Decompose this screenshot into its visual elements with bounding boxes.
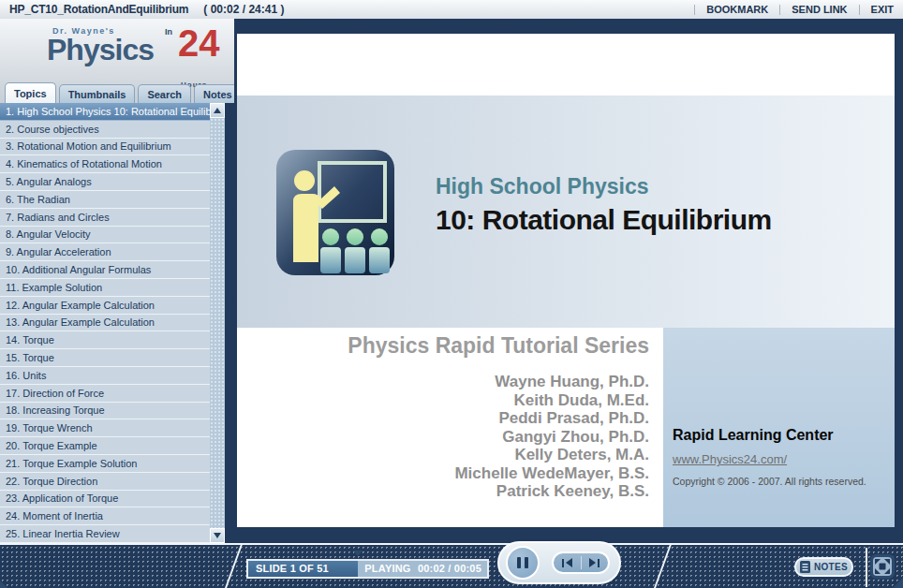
playback-bar: SLIDE 1 OF 51 PLAYING 00:02 / 00:05 <box>0 543 903 588</box>
sidebar-tab[interactable]: Notes <box>194 84 234 103</box>
topic-item[interactable]: 4. Kinematics of Rotational Motion <box>0 155 210 173</box>
topic-item[interactable]: 5. Angular Analogs <box>0 173 210 191</box>
slide-counter: SLIDE 1 OF 51 <box>256 561 329 577</box>
divider <box>694 5 695 15</box>
notes-button[interactable]: NOTES <box>794 557 853 577</box>
prev-icon <box>562 559 564 567</box>
series-title: Physics Rapid Tutorial Series <box>348 333 649 359</box>
topic-item[interactable]: 14. Torque <box>0 331 210 349</box>
pause-button[interactable] <box>506 546 540 580</box>
divider <box>866 548 867 587</box>
presentation-player-window: HP_CT10_RotationAndEquilibrium ( 00:02 /… <box>0 0 903 588</box>
org-url-link[interactable]: www.Physics24.com/ <box>673 452 787 466</box>
sidebar-tab[interactable]: Thumbnails <box>59 84 136 103</box>
prev-next-group <box>552 551 610 574</box>
author-line: Patrick Keeney, B.S. <box>454 482 649 501</box>
sidebar-tabs: TopicsThumbnailsSearchNotes <box>5 82 234 103</box>
divider <box>779 5 780 15</box>
slide-time: 00:02 / 00:05 <box>418 561 481 577</box>
copyright-text: Copyright © 2006 - 2007. All rights rese… <box>673 476 866 487</box>
topic-item[interactable]: 13. Angular Example Calculation <box>0 315 210 332</box>
topic-item[interactable]: 7. Radians and Circles <box>0 209 210 227</box>
topic-item[interactable]: 19. Torque Wrench <box>0 419 210 437</box>
topic-item[interactable]: 15. Torque <box>0 349 210 367</box>
authors-list: Wayne Huang, Ph.D.Keith Duda, M.Ed.Peddi… <box>454 373 649 501</box>
progress-bar[interactable]: SLIDE 1 OF 51 PLAYING 00:02 / 00:05 <box>246 559 489 579</box>
topic-item[interactable]: 3. Rotational Motion and Equilibrium <box>0 139 210 156</box>
topic-item[interactable]: 8. Angular Velocity <box>0 227 210 244</box>
topic-item[interactable]: 10. Additional Angular Formulas <box>0 261 210 279</box>
topics-panel: 1. High School Physics 10: Rotational Eq… <box>0 103 225 543</box>
arrow-up-icon <box>214 108 221 113</box>
topic-item[interactable]: 11. Example Solution <box>0 279 210 297</box>
bookmark-button[interactable]: BOOKMARK <box>706 4 768 15</box>
topic-item[interactable]: 24. Moment of Inertia <box>0 507 210 525</box>
topic-item[interactable]: 16. Units <box>0 367 210 385</box>
sidebar-tab[interactable]: Topics <box>5 82 56 103</box>
classroom-icon <box>276 150 394 275</box>
divider <box>224 545 242 588</box>
author-line: Kelly Deters, M.A. <box>454 446 649 464</box>
progress-marker[interactable] <box>353 551 363 556</box>
scroll-up-button[interactable] <box>210 103 225 118</box>
logo-brand-text: Physics <box>47 33 154 67</box>
pause-icon <box>517 557 521 568</box>
presentation-title: HP_CT10_RotationAndEquilibrium <box>9 3 188 16</box>
sidebar-header: Dr. Wayne's Physics In 24 Hours TopicsTh… <box>0 19 234 103</box>
author-line: Wayne Huang, Ph.D. <box>454 373 649 391</box>
topic-item[interactable]: 18. Increasing Torque <box>0 403 210 420</box>
topic-item[interactable]: 25. Linear Inertia Review <box>0 525 210 543</box>
topics-list: 1. High School Physics 10: Rotational Eq… <box>0 103 210 543</box>
course-label: High School Physics <box>436 174 649 199</box>
topics-scrollbar[interactable] <box>210 103 225 543</box>
progress-status: PLAYING <box>364 561 410 577</box>
author-line: Gangyi Zhou, Ph.D. <box>454 428 649 447</box>
sidebar-tab[interactable]: Search <box>138 84 191 103</box>
topic-item[interactable]: 9. Angular Acceleration <box>0 243 210 261</box>
send-link-button[interactable]: SEND LINK <box>792 4 847 15</box>
elapsed-total-time: ( 00:02 / 24:41 ) <box>203 3 284 16</box>
topic-item[interactable]: 17. Direction of Force <box>0 385 210 403</box>
logo-in-text: In <box>165 27 172 37</box>
slide-title: 10: Rotational Equilibrium <box>436 204 772 236</box>
pause-icon <box>525 557 528 568</box>
slide-canvas: High School Physics 10: Rotational Equil… <box>237 34 895 527</box>
prev-icon <box>566 558 572 567</box>
progress-area: SLIDE 1 OF 51 PLAYING 00:02 / 00:05 <box>246 551 489 581</box>
notes-label: NOTES <box>814 562 848 572</box>
topic-item[interactable]: 2. Course objectives <box>0 121 210 139</box>
corner-decoration <box>0 581 7 588</box>
notes-icon <box>800 561 810 573</box>
title-bar: HP_CT10_RotationAndEquilibrium ( 00:02 /… <box>0 0 903 19</box>
next-slide-button[interactable] <box>582 553 609 572</box>
topic-item[interactable]: 20. Torque Example <box>0 437 210 455</box>
arrow-down-icon <box>214 533 221 538</box>
title-bar-actions: BOOKMARK SEND LINK EXIT <box>683 4 894 15</box>
exit-button[interactable]: EXIT <box>871 4 894 15</box>
transport-controls <box>497 541 621 584</box>
divider <box>859 5 860 15</box>
org-name: Rapid Learning Center <box>673 427 834 444</box>
topic-item[interactable]: 22. Torque Direction <box>0 473 210 491</box>
fullscreen-button[interactable] <box>870 554 895 579</box>
author-line: Keith Duda, M.Ed. <box>454 391 649 410</box>
resize-grip[interactable] <box>893 578 903 588</box>
previous-slide-button[interactable] <box>554 553 581 572</box>
author-line: Peddi Prasad, Ph.D. <box>454 409 649 428</box>
topic-item[interactable]: 1. High School Physics 10: Rotational Eq… <box>0 103 210 121</box>
next-icon <box>589 558 596 567</box>
topic-item[interactable]: 12. Angular Example Calculation <box>0 297 210 315</box>
scroll-down-button[interactable] <box>210 528 225 543</box>
topic-item[interactable]: 21. Torque Example Solution <box>0 455 210 473</box>
next-icon <box>598 559 600 567</box>
topic-item[interactable]: 6. The Radian <box>0 191 210 209</box>
author-line: Michelle WedeMayer, B.S. <box>454 464 649 483</box>
logo-24-text: 24 <box>178 22 220 65</box>
topic-item[interactable]: 23. Application of Torque <box>0 491 210 508</box>
divider <box>653 545 671 588</box>
